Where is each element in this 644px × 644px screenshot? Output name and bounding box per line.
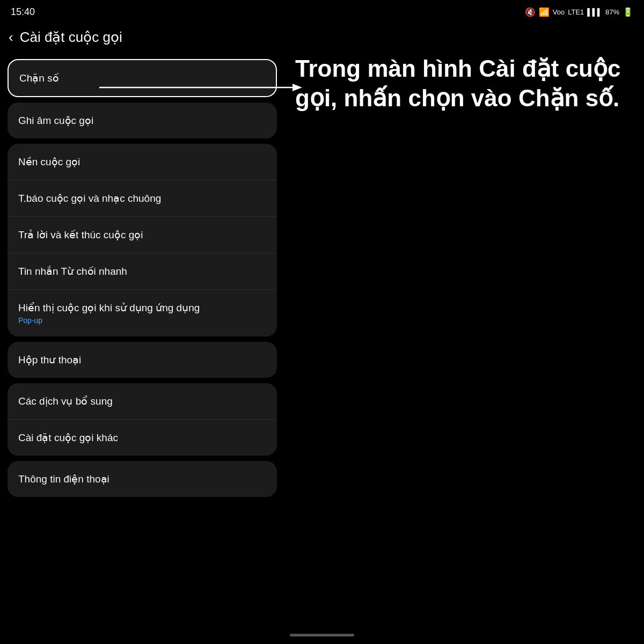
- tbao-item[interactable]: T.báo cuộc gọi và nhạc chuông: [8, 180, 277, 217]
- group3-card: Hộp thư thoại: [8, 342, 277, 378]
- signal-bars: ▌▌▌: [587, 8, 602, 16]
- cai-dat-khac-label: Cài đặt cuộc gọi khác: [18, 432, 118, 443]
- tra-loi-label: Trả lời và kết thúc cuộc gọi: [18, 229, 143, 240]
- ghi-am-label: Ghi âm cuộc gọi: [18, 115, 93, 126]
- hien-thi-label: Hiển thị cuộc gọi khi sử dụng ứng dụng: [18, 302, 200, 313]
- group4-card: Các dịch vụ bổ sung Cài đặt cuộc gọi khá…: [8, 383, 277, 456]
- status-time: 15:40: [11, 6, 35, 18]
- wifi-icon: 📶: [539, 7, 550, 17]
- settings-panel: Chặn số Ghi âm cuộc gọi Nền cuộc gọi T.b…: [0, 59, 284, 502]
- nen-cuoc-goi-item[interactable]: Nền cuộc gọi: [8, 144, 277, 180]
- annotation-container: Trong màn hình Cài đặt cuộc gọi, nhấn ch…: [290, 54, 639, 113]
- cac-dich-vu-label: Các dịch vụ bổ sung: [18, 396, 113, 407]
- tin-nhan-label: Tin nhắn Từ chối nhanh: [18, 266, 127, 277]
- battery-icon: 🔋: [623, 7, 633, 17]
- thong-tin-label: Thông tin điện thoại: [18, 473, 109, 485]
- page-title: Cài đặt cuộc gọi: [20, 29, 122, 46]
- group1-card: Ghi âm cuộc gọi: [8, 103, 277, 138]
- hop-thu-item[interactable]: Hộp thư thoại: [8, 342, 277, 378]
- header: ‹ Cài đặt cuộc gọi: [0, 24, 644, 54]
- nen-cuoc-goi-label: Nền cuộc gọi: [18, 156, 80, 167]
- hien-thi-item[interactable]: Hiển thị cuộc gọi khi sử dụng ứng dụng P…: [8, 290, 277, 336]
- cai-dat-khac-item[interactable]: Cài đặt cuộc gọi khác: [8, 420, 277, 456]
- group5-card: Thông tin điện thoại: [8, 461, 277, 497]
- lte-text: LTE1: [568, 8, 584, 16]
- popup-label: Pop-up: [18, 316, 266, 325]
- group2-card: Nền cuộc gọi T.báo cuộc gọi và nhạc chuô…: [8, 144, 277, 336]
- annotation-text: Trong màn hình Cài đặt cuộc gọi, nhấn ch…: [290, 54, 639, 113]
- chan-so-item[interactable]: Chặn số: [8, 59, 277, 97]
- chan-so-label: Chặn số: [19, 72, 59, 84]
- tbao-label: T.báo cuộc gọi và nhạc chuông: [18, 193, 161, 204]
- cac-dich-vu-item[interactable]: Các dịch vụ bổ sung: [8, 383, 277, 420]
- mute-icon: 🔇: [525, 7, 536, 17]
- hop-thu-label: Hộp thư thoại: [18, 354, 81, 365]
- signal-text: Voo: [553, 8, 565, 16]
- bottom-bar: [290, 634, 354, 636]
- status-icons: 🔇 📶 Voo LTE1 ▌▌▌ 87% 🔋: [525, 7, 633, 17]
- back-button[interactable]: ‹: [9, 29, 13, 46]
- status-bar: 15:40 🔇 📶 Voo LTE1 ▌▌▌ 87% 🔋: [0, 0, 644, 24]
- thong-tin-item[interactable]: Thông tin điện thoại: [8, 461, 277, 497]
- tra-loi-item[interactable]: Trả lời và kết thúc cuộc gọi: [8, 217, 277, 253]
- battery-text: 87%: [605, 8, 619, 16]
- tin-nhan-item[interactable]: Tin nhắn Từ chối nhanh: [8, 253, 277, 290]
- ghi-am-item[interactable]: Ghi âm cuộc gọi: [8, 103, 277, 138]
